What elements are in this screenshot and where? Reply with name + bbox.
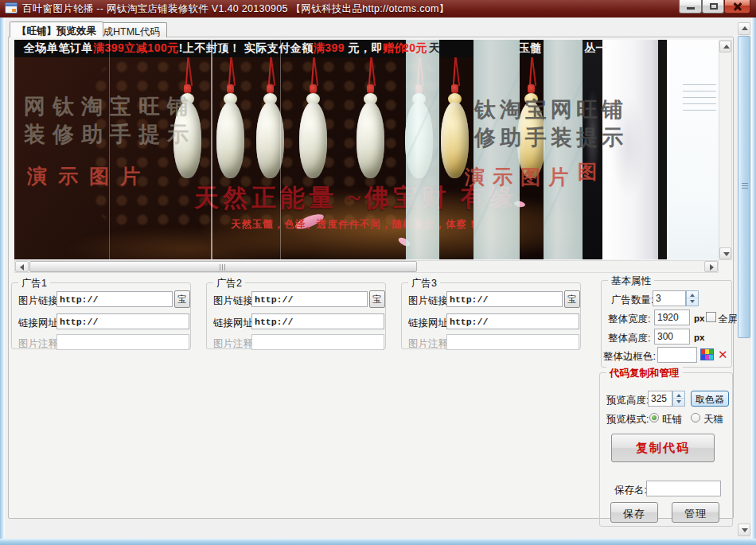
groupbox-title: 广告2 [213,277,245,290]
arrow-right-icon [710,264,714,271]
color-palette-icon[interactable] [700,348,714,360]
image-note-label: 图片注释: [18,337,60,351]
preview-height-spinner[interactable] [672,391,685,407]
scroll-right-button[interactable] [704,261,718,272]
promo-fragment: 丛一 [584,41,607,56]
scroll-up-button[interactable] [719,41,731,53]
window-border-right [751,18,756,545]
ad-count-input[interactable] [653,290,686,306]
app-icon [5,2,18,14]
ad3-groupbox: 广告3 图片链接: 宝 链接网址: 图片注释: [401,282,581,349]
manage-button[interactable]: 管理 [672,502,719,523]
scroll-up-button[interactable] [738,22,750,35]
demo-image-watermark: 演示图片 [465,164,576,190]
save-name-label: 保存名: [614,484,647,497]
preview-mode-label: 预览模式: [606,413,649,426]
promo-fragment: 玉髓 [519,41,542,56]
ad1-taobao-pick-button[interactable]: 宝 [174,290,190,308]
link-url-label: 链接网址: [18,317,60,330]
tab-preview[interactable]: 【旺铺】预览效果 [10,21,103,37]
thumb-grip [742,183,748,190]
arrow-down-icon [723,252,730,256]
image-link-label: 图片链接: [18,294,60,308]
ad3-taobao-pick-button[interactable]: 宝 [564,290,580,308]
scroll-down-button[interactable] [738,524,750,536]
ad1-image-link-input[interactable] [57,291,173,307]
spinner-up-button[interactable] [687,291,698,298]
ad3-image-note-input[interactable] [446,334,579,350]
spinner-up-button[interactable] [673,391,684,399]
close-button[interactable] [724,0,750,14]
handwriting-note [683,84,716,116]
window-border-left [0,18,5,545]
blind-strip-white [667,40,719,259]
preview-horizontal-scrollbar[interactable] [14,260,719,273]
demo-image-watermark: 演示图片 [27,163,151,189]
ad1-link-url-input[interactable] [57,313,189,329]
ad1-groupbox: 广告1 图片链接: 宝 链接网址: 图片注释: [11,282,191,349]
preview-height-label: 预览高度: [606,394,649,407]
vertical-scroll-thumb[interactable] [738,36,750,338]
clear-color-icon[interactable]: ✕ [718,348,728,360]
ad-count-spinner[interactable] [686,290,699,306]
groupbox-title: 广告1 [18,277,50,290]
arrow-up-icon [690,294,695,297]
ad2-link-url-input[interactable] [251,313,384,329]
blind-seam [211,40,212,259]
arrow-up-icon [723,45,730,49]
ad2-taobao-pick-button[interactable]: 宝 [369,290,385,308]
preview-height-input[interactable] [648,391,672,407]
arrow-down-icon [676,400,681,403]
blind-seam [109,40,110,259]
width-unit-label: px [694,313,704,323]
mode-wangpu-label: 旺铺 [662,413,682,426]
total-height-label: 整体高度: [608,332,650,345]
groupbox-title: 广告3 [408,277,440,290]
save-button[interactable]: 保存 [610,502,658,523]
save-name-input[interactable] [646,481,721,496]
jade-pendant [296,57,331,185]
ad1-image-note-input[interactable] [57,334,189,350]
watermark-text: 网钛淘宝旺铺 [24,92,196,121]
preview-vertical-scrollbar[interactable] [719,40,732,260]
minimize-button[interactable] [679,0,702,14]
spinner-down-button[interactable] [673,399,684,406]
ad3-link-url-input[interactable] [446,313,579,329]
total-width-label: 整体宽度: [608,313,650,326]
arrow-up-icon [676,394,681,397]
copy-code-button[interactable]: 复制代码 [611,434,715,462]
link-url-label: 链接网址: [213,317,255,330]
blind-strip [406,40,439,259]
color-picker-button[interactable]: 取色器 [691,391,729,407]
mode-wangpu-radio[interactable] [649,413,659,422]
form-vertical-scrollbar[interactable] [737,22,751,536]
total-height-input[interactable] [654,329,690,345]
total-width-input[interactable] [654,309,690,325]
groupbox-title: 基本属性 [608,274,654,288]
arrow-up-icon [742,26,748,30]
jade-pendant [253,57,288,185]
border-color-input[interactable] [657,347,697,363]
banner-subline: 天然玉髓，色泽、透度件件不同，随机发货，体察！ [231,218,478,232]
horizontal-scroll-thumb[interactable] [29,261,417,272]
scroll-left-button[interactable] [15,261,29,272]
ad2-image-link-input[interactable] [251,291,368,307]
fullscreen-checkbox[interactable] [706,312,716,322]
scroll-down-button[interactable] [719,247,731,259]
watermark-text: 装修助手提示 [24,120,196,149]
arrow-down-icon [690,300,695,303]
ad3-image-link-input[interactable] [446,291,563,307]
ad2-image-note-input[interactable] [251,334,384,350]
carousel-preview: 全场单笔订单满399立减100元!上不封顶！ 实际支付金额满399 元，即赠价值… [14,40,719,259]
maximize-button[interactable] [702,0,724,14]
image-note-label: 图片注释: [213,337,255,351]
link-url-label: 链接网址: [408,317,450,330]
spinner-down-button[interactable] [687,298,698,306]
watermark-text: 修助手装提示 [474,123,627,152]
thumb-grip [220,264,227,271]
window-border-bottom [0,539,756,545]
warm-glow [62,227,317,259]
mode-tmall-radio[interactable] [691,413,700,422]
mode-tmall-label: 天猫 [703,413,723,426]
maximize-icon [710,3,718,10]
